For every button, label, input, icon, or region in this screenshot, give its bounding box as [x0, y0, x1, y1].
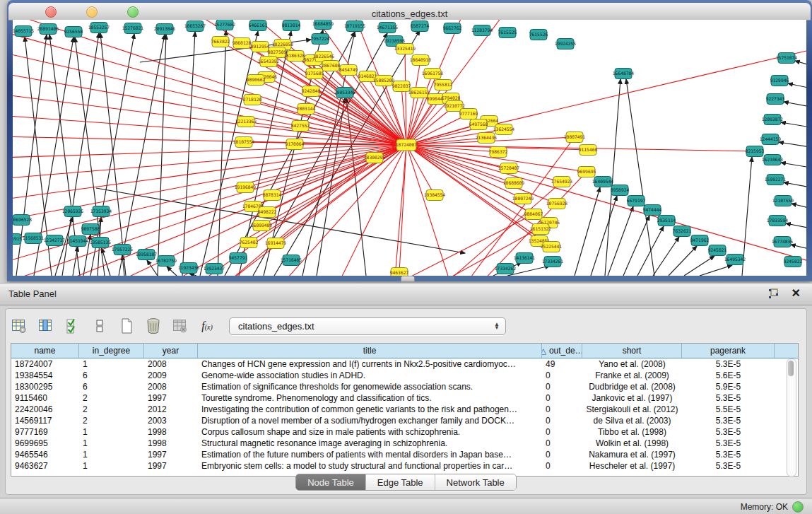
graph-node-yellow[interactable]: 7663822	[211, 37, 230, 47]
table-row[interactable]: 911546021997Tourette syndrome. Phenomeno…	[11, 392, 798, 404]
graph-node-teal[interactable]: 12107550	[772, 196, 794, 206]
graph-edge[interactable]	[626, 79, 654, 276]
graph-node-teal[interactable]: 14671355	[377, 23, 399, 33]
graph-node-teal[interactable]: 16409544	[592, 177, 614, 187]
graph-edge[interactable]	[791, 245, 806, 250]
graph-node-teal[interactable]: 10719155	[344, 21, 366, 32]
graph-node-teal[interactable]: 15716485	[281, 255, 302, 266]
graph-node-yellow[interactable]: 2718120	[243, 95, 262, 105]
delete-table-icon[interactable]	[171, 317, 189, 335]
graph-edge[interactable]	[795, 61, 806, 66]
graph-node-teal[interactable]: 9129946	[770, 76, 789, 86]
graph-node-yellow[interactable]: 8186328	[286, 51, 305, 62]
graph-node-yellow[interactable]: 18724007	[396, 139, 418, 151]
graph-node-teal[interactable]: 8215953	[746, 146, 765, 157]
graph-node-yellow[interactable]: 2803144	[297, 104, 316, 115]
graph-node-yellow[interactable]: 16099489	[251, 221, 273, 231]
graph-node-yellow[interactable]: 9777169	[459, 109, 478, 119]
graph-edge[interactable]	[575, 187, 600, 276]
graph-node-teal[interactable]: 8958924	[611, 185, 630, 196]
graph-node-teal[interactable]: 13923437	[204, 264, 225, 274]
graph-edge[interactable]	[788, 83, 806, 89]
column-header-name[interactable]: name	[11, 344, 79, 358]
graph-edge[interactable]	[346, 98, 366, 276]
column-header-year[interactable]: year	[144, 344, 198, 358]
graph-node-yellow[interactable]: 16914479	[265, 238, 287, 249]
graph-edge[interactable]	[591, 196, 617, 276]
graph-node-teal[interactable]: 10553257	[88, 23, 110, 33]
graph-node-teal[interactable]: 17334261	[542, 257, 564, 267]
graph-node-yellow[interactable]: 15720407	[498, 163, 520, 174]
graph-node-teal[interactable]: 11283794	[471, 25, 493, 36]
float-window-icon[interactable]	[767, 288, 779, 300]
function-builder-icon[interactable]: f(x)	[198, 317, 216, 335]
graph-node-teal[interactable]: 15277602	[214, 20, 236, 30]
graph-edge[interactable]	[73, 247, 78, 276]
graph-edge[interactable]	[700, 265, 732, 276]
graph-node-teal[interactable]: 16210643	[762, 155, 784, 165]
graph-edge[interactable]	[786, 223, 806, 229]
graph-node-yellow[interactable]: 25225441	[541, 242, 563, 252]
graph-edge[interactable]	[182, 32, 195, 276]
graph-node-teal[interactable]: 9227343	[766, 94, 785, 105]
graph-node-yellow[interactable]: 18640910	[410, 55, 432, 66]
graph-edge[interactable]	[399, 145, 406, 273]
graph-edge[interactable]	[781, 122, 806, 128]
graph-node-teal[interactable]: 16782759	[155, 256, 177, 267]
graph-node-yellow[interactable]: 10688609	[503, 178, 525, 189]
graph-node-teal[interactable]: 9474444	[643, 205, 662, 216]
table-row[interactable]: 977716911998Corpus callosum shape and si…	[11, 426, 798, 438]
graph-node-yellow[interactable]: 7955812	[434, 80, 453, 90]
table-row[interactable]: 969969511998Structural magnetic resonanc…	[11, 438, 798, 449]
new-column-icon[interactable]	[117, 317, 136, 335]
graph-node-teal[interactable]: 15751074	[776, 53, 798, 64]
graph-node-yellow[interactable]: 6497568	[469, 119, 488, 130]
delete-column-icon[interactable]	[144, 317, 163, 335]
table-row[interactable]: 946554611997Estimation of the future num…	[11, 449, 798, 460]
graph-node-teal[interactable]: 7615525	[498, 28, 517, 38]
table-row[interactable]: 1938455462009Genome-wide association stu…	[11, 370, 798, 381]
graph-node-teal[interactable]: 19924255	[555, 39, 577, 49]
graph-node-yellow[interactable]: 9890662	[247, 75, 266, 86]
table-selector-dropdown[interactable]: citations_edges.txt▲▼	[229, 317, 506, 335]
graph-node-teal[interactable]: 11451944	[67, 236, 89, 247]
table-row[interactable]: 1872400712008Changes of HCN gene express…	[11, 358, 798, 370]
graph-node-teal[interactable]: 11923436	[178, 263, 200, 274]
column-header-in_degree[interactable]: in_degree	[79, 344, 144, 358]
window-resize-handle[interactable]	[401, 276, 415, 281]
graph-node-yellow[interactable]: 13624554	[493, 124, 515, 135]
table-row[interactable]: 1456911722003Disruption of a novel membe…	[11, 415, 798, 426]
graph-edge[interactable]	[218, 30, 226, 276]
graph-node-yellow[interactable]: 13325419	[394, 44, 416, 54]
graph-node-teal[interactable]: 14055715	[13, 26, 34, 37]
graph-node-teal[interactable]: 12342737	[44, 235, 66, 246]
graph-edge[interactable]	[406, 145, 451, 276]
graph-node-yellow[interactable]: 16151322	[530, 224, 552, 235]
graph-edge[interactable]	[784, 102, 806, 107]
graph-node-yellow[interactable]: 10807491	[564, 132, 586, 143]
graph-node-yellow[interactable]: 8878314	[263, 190, 282, 201]
graph-node-teal[interactable]: 9256558	[64, 27, 83, 37]
graph-node-teal[interactable]: 14136141	[514, 253, 536, 264]
graph-node-yellow[interactable]: 18300295	[364, 153, 386, 163]
graph-node-yellow[interactable]: 9884067	[524, 209, 543, 220]
graph-node-teal[interactable]: 9662762	[443, 23, 462, 34]
graph-node-yellow[interactable]: 9860128	[233, 38, 252, 49]
graph-node-teal[interactable]: 12444159	[760, 134, 782, 145]
table-row[interactable]: 946362711997Embryonic stem cells: a mode…	[11, 460, 798, 472]
graph-node-teal[interactable]: 15276021	[122, 23, 144, 34]
graph-node-teal[interactable]: 9335915	[13, 234, 22, 245]
graph-node-yellow[interactable]: 17654923	[551, 177, 573, 187]
graph-node-teal[interactable]: 12093872	[762, 115, 784, 125]
row-height-icon[interactable]	[90, 317, 109, 335]
graph-node-teal[interactable]: 16774836	[772, 237, 794, 247]
graph-node-yellow[interactable]: 10756928	[546, 199, 568, 209]
graph-node-teal[interactable]: 16684859	[312, 20, 334, 30]
graph-node-teal[interactable]: 20053346	[334, 88, 356, 98]
graph-edge[interactable]	[167, 267, 177, 276]
graph-edge[interactable]	[189, 274, 196, 276]
close-panel-icon[interactable]: ✕	[792, 286, 801, 300]
graph-node-yellow[interactable]: 16543392	[258, 57, 280, 67]
column-header-title[interactable]: title	[198, 344, 542, 358]
graph-node-teal[interactable]: 16648784	[613, 69, 635, 79]
